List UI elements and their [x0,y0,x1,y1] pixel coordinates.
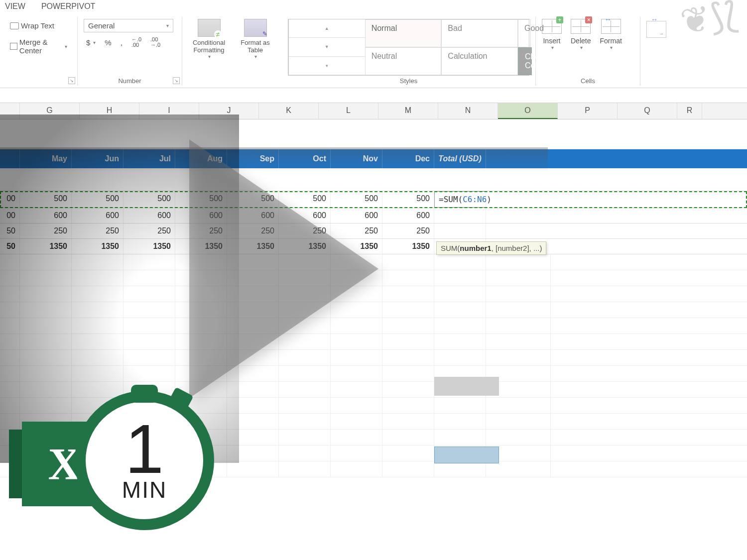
conditional-formatting-button[interactable]: Conditional Formatting ▾ [188,19,230,76]
formula-bar[interactable] [0,88,747,103]
month-total: Total (USD) [434,149,486,168]
tab-powerpivot[interactable]: POWERPIVOT [41,2,95,11]
cell[interactable] [434,208,486,223]
cell[interactable]: 600 [20,208,72,223]
timer-knob [131,385,158,403]
column-headers: G H I J K L M N O P Q R [0,103,747,119]
col-header-Q[interactable]: Q [618,103,677,119]
styles-scroll[interactable]: ▲ ▼ ▾ [288,19,365,75]
tooltip-arg1: number1 [460,244,491,252]
number-format-select[interactable]: General ▾ [84,19,173,32]
cell[interactable]: 500 [124,191,175,208]
cell[interactable]: 00 [0,191,20,208]
cell[interactable] [434,224,486,238]
merge-center-button[interactable]: Merge & Center ▾ [6,35,71,57]
chevron-down-icon: ▾ [208,54,211,59]
cell[interactable]: 250 [20,224,72,238]
cell[interactable]: 50 [0,239,20,254]
highlight-o [434,447,499,463]
cell[interactable]: 600 [124,208,175,223]
col-header-R[interactable]: R [677,103,702,119]
delete-button[interactable]: Delete ▾ [571,19,591,76]
tab-view[interactable]: VIEW [5,2,25,11]
style-bad[interactable]: Bad [441,19,518,47]
cell[interactable]: 600 [72,208,124,223]
wrap-text-button[interactable]: Wrap Text [6,19,58,32]
col-header-P[interactable]: P [558,103,618,119]
cell[interactable]: 1350 [20,239,72,254]
col-header-G[interactable]: G [20,103,80,119]
alignment-dialog-launcher[interactable]: ↘ [68,77,75,84]
styles-scroll-down[interactable]: ▼ [289,38,365,56]
style-neutral[interactable]: Neutral [365,47,442,75]
play-button-overlay[interactable] [189,139,378,398]
increase-decimal-button[interactable]: ←.0.00 [129,35,144,49]
col-header-M[interactable]: M [378,103,438,119]
tooltip-fn: SUM( [441,244,460,252]
cell[interactable]: 1350 [382,239,434,254]
autosum-icon[interactable] [646,21,666,38]
col-header-O[interactable]: O [498,103,558,119]
col-header-L[interactable]: L [319,103,378,119]
ribbon-tabs: VIEW POWERPIVOT [0,0,747,14]
cell-styles-gallery[interactable]: Normal Bad Good ▲ ▼ ▾ Neutral Calculatio… [288,19,529,76]
cell[interactable]: 50 [0,224,20,238]
tooltip-rest: , [number2], ...) [492,244,542,252]
ribbon: Wrap Text Merge & Center ▾ ↘ General ▾ $… [0,14,747,88]
wrap-icon [10,22,19,29]
cell[interactable]: 00 [0,208,20,223]
style-check-cell[interactable]: Check Cell [518,47,532,75]
cell[interactable]: 500 [382,191,434,208]
styles-scroll-more[interactable]: ▾ [289,57,365,75]
styles-scroll-up[interactable]: ▲ [289,19,365,38]
format-button[interactable]: Format ▾ [600,19,622,76]
cell[interactable]: 500 [20,191,72,208]
col-header-blank[interactable] [0,103,20,119]
cells-group: Insert ▾ Delete ▾ Format ▾ Cells [536,17,640,86]
col-header-N[interactable]: N [438,103,498,119]
chevron-down-icon: ▾ [93,40,96,45]
month-dec: Dec [382,149,434,168]
decrease-decimal-button[interactable]: .00→.0 [148,35,163,49]
cell[interactable]: 500 [72,191,124,208]
col-header-K[interactable]: K [259,103,319,119]
cond-format-group: Conditional Formatting ▾ Format as Table… [182,17,282,86]
cell[interactable]: 1350 [124,239,175,254]
percent-button[interactable]: % [102,37,114,48]
formula-prefix: =SUM( [439,195,463,204]
col-header-J[interactable]: J [199,103,259,119]
month-jul: Jul [124,149,175,168]
col-header-H[interactable]: H [80,103,139,119]
formula-ref: C6:N6 [463,195,487,204]
merge-center-label: Merge & Center [19,38,62,55]
chevron-down-icon: ▾ [65,44,67,49]
style-normal[interactable]: Normal [365,19,442,47]
chevron-down-icon: ▾ [166,23,169,28]
cell[interactable]: 600 [382,208,434,223]
cell[interactable]: 250 [382,224,434,238]
month-header-blank [0,149,20,168]
currency-label: $ [86,38,90,47]
formula-cell[interactable]: =SUM(C6:N6) [434,191,486,208]
timer-number: 1 [125,418,164,480]
editing-group [640,17,675,86]
insert-button[interactable]: Insert ▾ [542,19,562,76]
comma-button[interactable]: , [118,37,125,48]
timer-unit: MIN [122,476,167,503]
format-as-table-button[interactable]: Format as Table ▾ [235,19,276,76]
col-header-I[interactable]: I [139,103,199,119]
format-label: Format [600,37,622,45]
format-as-table-label: Format as Table [241,39,270,54]
function-tooltip: SUM(number1, [number2], ...) [436,241,546,255]
currency-button[interactable]: $▾ [84,37,98,48]
styles-group-label: Styles [282,77,535,85]
chevron-down-icon: ▾ [254,54,257,59]
formula-suffix: ) [487,195,492,204]
alignment-group: Wrap Text Merge & Center ▾ ↘ [0,17,78,86]
cell[interactable]: 250 [72,224,124,238]
number-dialog-launcher[interactable]: ↘ [173,77,180,84]
style-good[interactable]: Good [518,19,531,47]
style-calculation[interactable]: Calculation [441,47,518,75]
cell[interactable]: 1350 [72,239,124,254]
cell[interactable]: 250 [124,224,175,238]
